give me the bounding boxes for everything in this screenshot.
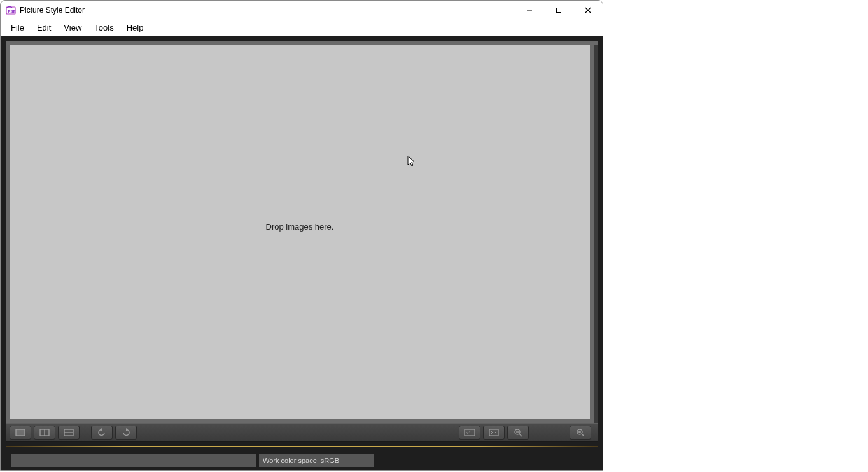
bottom-toolbar: x1 — [6, 423, 598, 442]
status-filename-block — [11, 454, 256, 467]
rotate-ccw-button[interactable] — [91, 426, 113, 440]
workspace: Drop images here. x1 — [1, 36, 603, 470]
zoom-out-button[interactable] — [507, 426, 529, 440]
svg-text:PSE: PSE — [8, 10, 16, 13]
app-window: PSE Picture Style Editor File Edit View … — [0, 0, 603, 471]
status-colorspace-label: Work color space — [263, 457, 317, 464]
rotate-cw-button[interactable] — [115, 426, 137, 440]
svg-rect-7 — [16, 429, 25, 436]
close-button[interactable] — [573, 1, 603, 20]
svg-line-20 — [495, 433, 497, 434]
layout-split-horizontal-button[interactable] — [58, 426, 80, 440]
svg-line-18 — [495, 431, 497, 433]
status-colorspace-value: sRGB — [321, 457, 339, 464]
zoom-fit-button[interactable] — [483, 426, 505, 440]
svg-line-19 — [491, 433, 493, 434]
svg-rect-16 — [489, 429, 498, 436]
menu-tools[interactable]: Tools — [88, 20, 120, 35]
zoom-actual-button[interactable]: x1 — [459, 426, 480, 440]
svg-marker-13 — [126, 428, 128, 431]
status-bar: Work color space sRGB — [6, 454, 598, 470]
layout-split-vertical-button[interactable] — [34, 426, 55, 440]
status-gap — [6, 447, 598, 454]
app-icon: PSE — [6, 5, 16, 15]
svg-line-25 — [582, 434, 584, 436]
svg-line-22 — [519, 434, 522, 436]
svg-text:x1: x1 — [466, 431, 472, 435]
drop-hint-text: Drop images here. — [266, 222, 334, 232]
menu-file[interactable]: File — [4, 20, 31, 35]
svg-marker-12 — [100, 428, 102, 431]
layout-single-button[interactable] — [10, 426, 31, 440]
status-colorspace-block: Work color space sRGB — [259, 454, 374, 467]
canvas-frame: Drop images here. — [6, 41, 598, 423]
svg-line-17 — [491, 431, 493, 433]
maximize-button[interactable] — [544, 1, 573, 20]
zoom-in-button[interactable] — [570, 426, 591, 440]
window-title: Picture Style Editor — [20, 6, 85, 15]
canvas-drop-zone[interactable]: Drop images here. — [10, 45, 590, 419]
window-controls — [515, 1, 603, 20]
menu-bar: File Edit View Tools Help — [1, 20, 603, 36]
title-bar: PSE Picture Style Editor — [1, 1, 603, 20]
minimize-button[interactable] — [515, 1, 544, 20]
menu-help[interactable]: Help — [120, 20, 150, 35]
menu-edit[interactable]: Edit — [31, 20, 57, 35]
canvas-shadow-edge — [594, 45, 598, 423]
svg-rect-3 — [557, 8, 561, 13]
menu-view[interactable]: View — [57, 20, 88, 35]
